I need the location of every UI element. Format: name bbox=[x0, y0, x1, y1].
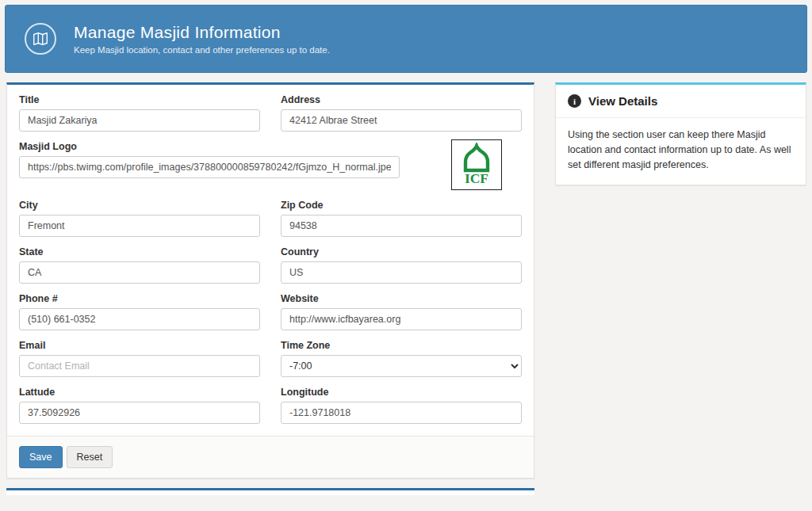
title-label: Title bbox=[19, 94, 260, 105]
zip-input[interactable] bbox=[281, 215, 522, 237]
state-field-group: State bbox=[19, 246, 260, 284]
city-label: City bbox=[19, 200, 260, 211]
state-input[interactable] bbox=[19, 261, 260, 284]
info-icon bbox=[568, 94, 581, 108]
phone-label: Phone # bbox=[19, 293, 260, 304]
longitude-label: Longitude bbox=[281, 387, 522, 398]
header-text: Manage Masjid Information Keep Masjid lo… bbox=[74, 23, 330, 55]
phone-field-group: Phone # bbox=[19, 293, 260, 330]
form-body: Title Address Masjid Logo bbox=[7, 85, 534, 436]
title-field-group: Title bbox=[19, 94, 260, 132]
masjid-logo-image: ICF bbox=[451, 139, 502, 190]
page-subtitle: Keep Masjid location, contact and other … bbox=[74, 45, 330, 55]
state-label: State bbox=[19, 246, 260, 257]
content: Title Address Masjid Logo bbox=[0, 82, 812, 479]
page-header: Manage Masjid Information Keep Masjid lo… bbox=[5, 5, 807, 73]
longitude-input[interactable] bbox=[281, 402, 522, 424]
form-row: Email Time Zone -7:00 bbox=[19, 340, 522, 377]
city-field-group: City bbox=[19, 200, 260, 237]
website-label: Website bbox=[281, 293, 522, 304]
latitude-field-group: Lattude bbox=[19, 387, 260, 424]
save-button[interactable]: Save bbox=[19, 446, 63, 468]
masjid-logo-label: Masjid Logo bbox=[19, 141, 400, 152]
view-details-panel: View Details Using the section user can … bbox=[555, 82, 806, 185]
address-input[interactable] bbox=[281, 109, 522, 132]
website-field-group: Website bbox=[281, 293, 522, 330]
reset-button[interactable]: Reset bbox=[67, 446, 113, 468]
form-footer: Save Reset bbox=[7, 436, 534, 478]
view-details-text: Using the section user can keep there Ma… bbox=[556, 118, 806, 185]
title-input[interactable] bbox=[19, 109, 260, 132]
masjid-logo-input[interactable] bbox=[19, 156, 400, 178]
logo-row: Masjid Logo ICF bbox=[19, 141, 522, 190]
view-details-title: View Details bbox=[588, 94, 657, 108]
website-input[interactable] bbox=[281, 308, 522, 330]
longitude-field-group: Longitude bbox=[281, 387, 522, 424]
address-label: Address bbox=[281, 94, 522, 105]
masjid-form-card: Title Address Masjid Logo bbox=[6, 82, 534, 479]
zip-field-group: Zip Code bbox=[281, 200, 522, 237]
timezone-label: Time Zone bbox=[281, 340, 522, 351]
latitude-input[interactable] bbox=[19, 402, 260, 424]
form-row: State Country bbox=[19, 246, 522, 284]
map-icon bbox=[25, 23, 56, 55]
phone-input[interactable] bbox=[19, 308, 260, 330]
view-details-header: View Details bbox=[556, 85, 806, 118]
zip-label: Zip Code bbox=[281, 200, 522, 211]
page-title: Manage Masjid Information bbox=[74, 23, 330, 42]
email-field-group: Email bbox=[19, 340, 260, 377]
page: Manage Masjid Information Keep Masjid lo… bbox=[0, 5, 812, 495]
form-row: Title Address bbox=[19, 94, 522, 132]
timezone-select[interactable]: -7:00 bbox=[281, 355, 522, 377]
timezone-field-group: Time Zone -7:00 bbox=[281, 340, 522, 377]
country-field-group: Country bbox=[281, 246, 522, 284]
form-row: Lattude Longitude bbox=[19, 387, 522, 424]
email-label: Email bbox=[19, 340, 260, 351]
form-row: City Zip Code bbox=[19, 200, 522, 237]
latitude-label: Lattude bbox=[19, 387, 260, 398]
form-row: Phone # Website bbox=[19, 293, 522, 330]
country-input[interactable] bbox=[281, 261, 522, 284]
email-input[interactable] bbox=[19, 355, 260, 377]
city-input[interactable] bbox=[19, 215, 260, 237]
logo-field-group: Masjid Logo bbox=[19, 141, 400, 178]
logo-text: ICF bbox=[465, 170, 488, 186]
country-label: Country bbox=[281, 246, 522, 257]
next-section-stub bbox=[6, 488, 534, 495]
address-field-group: Address bbox=[281, 94, 522, 132]
